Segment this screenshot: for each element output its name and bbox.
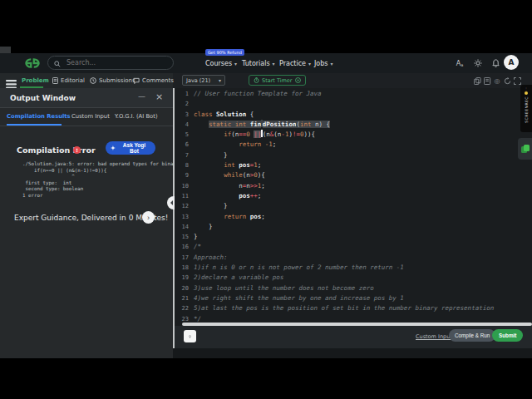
tab-editorial[interactable]: Editorial: [52, 77, 85, 84]
expert-guidance-next-button[interactable]: ›: [142, 211, 155, 224]
hint-bulb-button[interactable]: [184, 330, 196, 342]
line-number: 22: [175, 303, 189, 313]
code-line[interactable]: 1// User function Template for Java: [175, 89, 520, 99]
line-number: 2: [175, 99, 189, 109]
tab-custom-input[interactable]: Custom Input: [71, 113, 110, 120]
output-window-title: Output Window: [10, 94, 76, 102]
code-token: }: [194, 233, 198, 240]
screen-recorder-widget[interactable]: ⋮ SCREENREC: [520, 85, 532, 132]
code-line[interactable]: 4 static int findPosition(int n) {: [175, 120, 520, 130]
theme-toggle-icon[interactable]: [471, 57, 485, 70]
line-number: 18: [175, 263, 189, 273]
line-number: 20: [175, 283, 189, 293]
output-window-header: Output Window: [0, 88, 173, 108]
code-token: !=: [293, 131, 300, 138]
line-number: 13: [175, 212, 189, 222]
clock-icon: [90, 77, 96, 84]
tab-compilation-results[interactable]: Compilation Results: [7, 113, 71, 120]
format-code-icon[interactable]: [483, 76, 491, 85]
code-token: }: [194, 223, 213, 230]
code-token: [194, 161, 224, 169]
nav-courses[interactable]: Courses▾: [205, 60, 237, 67]
code-lines[interactable]: 1// User function Template for Java23cla…: [175, 89, 520, 324]
code-line[interactable]: 181)if n is 0 or n is not power of 2 num…: [175, 263, 520, 273]
code-token: ||: [254, 131, 261, 138]
screenshot-pages-widget[interactable]: [518, 138, 532, 160]
code-token: dPosition: [263, 121, 297, 128]
code-token: )){: [303, 131, 315, 138]
chevron-down-icon: ▾: [219, 77, 221, 83]
tab-submissions[interactable]: Submissions: [90, 77, 135, 84]
translate-icon[interactable]: Aa: [453, 57, 466, 70]
code-line[interactable]: 2: [175, 99, 520, 109]
code-token: }: [194, 151, 228, 159]
code-line[interactable]: 214)we right shift the number by one and…: [175, 293, 520, 303]
code-token: ==: [239, 131, 246, 138]
code-token: [194, 140, 239, 148]
tab-comments[interactable]: Comments: [133, 77, 174, 84]
code-line[interactable]: 5 if(n==0 ||(n&(n-1)!=0)){: [175, 130, 520, 140]
code-line[interactable]: 10 n=n>>1;: [175, 181, 520, 191]
code-token: [194, 213, 224, 220]
code-line[interactable]: 13 return pos;: [175, 212, 520, 222]
avatar[interactable]: A: [504, 55, 519, 70]
search-input[interactable]: [65, 58, 160, 67]
code-token: if: [224, 131, 231, 138]
line-number: 12: [175, 201, 189, 211]
custom-input-link[interactable]: Custom Input: [416, 333, 452, 340]
code-line[interactable]: 14 }: [175, 222, 520, 232]
language-selector[interactable]: Java (21) ▾: [182, 75, 225, 86]
gfg-logo-icon[interactable]: [21, 57, 44, 73]
code-token: pos: [239, 192, 250, 200]
tab-problem[interactable]: Problem: [22, 77, 49, 84]
code-line[interactable]: 3class Solution {: [175, 110, 520, 120]
code-line[interactable]: 225)at last the pos is the position of s…: [175, 303, 520, 313]
code-token: Approach:: [194, 254, 228, 261]
code-line[interactable]: 9 while(n>0){: [175, 170, 520, 180]
compilation-error-title: Compilation Error: [17, 145, 96, 155]
minimize-button[interactable]: —: [138, 93, 145, 101]
code-token: 5)at last the pos is the position of set…: [194, 304, 494, 312]
record-icon[interactable]: ◎: [493, 76, 501, 85]
start-timer-button[interactable]: Start Timer: [249, 75, 306, 86]
code-line[interactable]: 11 pos++;: [175, 191, 520, 201]
nav-jobs[interactable]: Jobs▾: [314, 60, 333, 67]
code-line[interactable]: 203)use loop until the number does not b…: [175, 283, 520, 293]
ask-yogi-bot-button[interactable]: Ask Yogi Bot: [106, 141, 155, 155]
submit-button[interactable]: Submit: [492, 329, 523, 342]
code-token: (n: [273, 131, 281, 138]
line-number: 3: [175, 110, 189, 120]
play-circle-icon: [295, 77, 301, 83]
code-token: int: [224, 161, 239, 169]
nav-tutorials[interactable]: Tutorials▾: [242, 60, 275, 67]
code-token: pos: [239, 161, 250, 169]
code-token: -1: [265, 140, 273, 148]
line-number: 16: [175, 242, 189, 252]
search-box[interactable]: [47, 56, 174, 70]
code-token: */: [194, 315, 201, 323]
code-line[interactable]: 8 int pos=1;: [175, 160, 520, 170]
line-number: 14: [175, 222, 189, 232]
line-number: 6: [175, 140, 189, 150]
code-line[interactable]: 17Approach:: [175, 253, 520, 263]
code-token: int: [235, 121, 250, 128]
code-line[interactable]: 16/*: [175, 242, 520, 252]
tab-yogi-ai-bot[interactable]: Y.O.G.I. (AI Bot): [115, 113, 158, 120]
close-icon[interactable]: ×: [155, 93, 163, 101]
compile-run-button[interactable]: Compile & Run: [449, 329, 495, 342]
code-token: ;: [273, 140, 277, 148]
code-token: ;: [261, 213, 265, 220]
code-line[interactable]: 12 }: [175, 201, 520, 211]
code-line[interactable]: 15}: [175, 232, 520, 242]
reset-code-icon[interactable]: [503, 76, 511, 85]
code-token: return: [224, 213, 250, 220]
notifications-bell-icon[interactable]: [489, 57, 502, 70]
code-line[interactable]: 6 return -1;: [175, 140, 520, 150]
chevron-down-icon: ▾: [234, 61, 237, 66]
copy-code-icon[interactable]: [473, 76, 481, 85]
line-number: 4: [175, 120, 189, 130]
code-line[interactable]: 7 }: [175, 150, 520, 160]
code-line[interactable]: 192)declare a variable pos: [175, 273, 520, 283]
fullscreen-icon[interactable]: [513, 76, 521, 85]
nav-practice[interactable]: Practice▾: [279, 60, 311, 67]
